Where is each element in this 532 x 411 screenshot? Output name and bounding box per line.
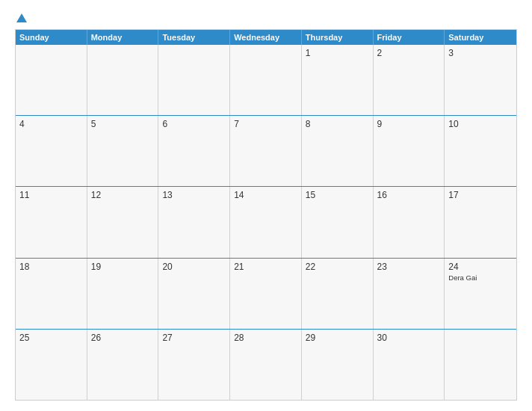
day-cell: 14 (230, 187, 302, 257)
day-cell: 7 (230, 116, 302, 186)
day-number: 21 (234, 262, 297, 272)
day-number: 17 (448, 190, 513, 200)
week-row-1: 45678910 (16, 115, 516, 186)
day-number: 30 (377, 333, 441, 343)
day-cell: 23 (374, 259, 445, 329)
day-cell (230, 45, 302, 115)
day-cell (87, 45, 159, 115)
logo (15, 13, 27, 23)
day-header-monday: Monday (87, 30, 159, 45)
day-cell (158, 45, 230, 115)
day-number: 18 (19, 262, 83, 272)
day-number: 1 (306, 48, 369, 58)
day-number: 27 (162, 333, 226, 343)
day-cell: 26 (87, 330, 159, 400)
week-row-3: 18192021222324Dera Gai (16, 258, 516, 329)
day-cell: 16 (374, 187, 445, 257)
day-number: 2 (377, 48, 441, 58)
day-cell: 10 (445, 116, 516, 186)
calendar-page: SundayMondayTuesdayWednesdayThursdayFrid… (0, 0, 532, 411)
day-cell: 5 (87, 116, 159, 186)
day-number: 10 (448, 119, 513, 129)
day-cell: 12 (87, 187, 159, 257)
day-number: 19 (91, 262, 155, 272)
day-cell: 29 (302, 330, 374, 400)
day-number: 15 (306, 190, 369, 200)
day-number: 13 (162, 190, 226, 200)
logo-triangle-icon (16, 13, 27, 22)
day-number: 4 (19, 119, 83, 129)
day-cell: 4 (16, 116, 87, 186)
day-cell: 17 (445, 187, 516, 257)
day-cell: 18 (16, 259, 87, 329)
day-cell: 27 (158, 330, 230, 400)
day-header-saturday: Saturday (445, 30, 516, 45)
week-row-2: 11121314151617 (16, 186, 516, 257)
day-number: 11 (19, 190, 83, 200)
event-label: Dera Gai (448, 274, 513, 282)
day-cell: 24Dera Gai (445, 259, 516, 329)
day-cell: 28 (230, 330, 302, 400)
day-header-sunday: Sunday (16, 30, 87, 45)
day-number: 25 (19, 333, 83, 343)
day-number: 12 (91, 190, 155, 200)
day-number: 16 (377, 190, 441, 200)
day-number: 23 (377, 262, 441, 272)
day-cell: 13 (158, 187, 230, 257)
day-cell: 11 (16, 187, 87, 257)
day-cell: 30 (374, 330, 445, 400)
day-cell: 21 (230, 259, 302, 329)
header (15, 13, 517, 23)
day-number: 26 (91, 333, 155, 343)
day-number: 22 (306, 262, 369, 272)
day-number: 7 (234, 119, 297, 129)
day-cell: 22 (302, 259, 374, 329)
day-number: 20 (162, 262, 226, 272)
day-number: 28 (234, 333, 297, 343)
day-cell: 15 (302, 187, 374, 257)
day-number: 3 (448, 48, 513, 58)
day-cell: 20 (158, 259, 230, 329)
day-cell: 1 (302, 45, 374, 115)
day-number: 14 (234, 190, 297, 200)
day-number: 6 (162, 119, 226, 129)
day-cell: 19 (87, 259, 159, 329)
day-cell: 9 (374, 116, 445, 186)
day-number: 5 (91, 119, 155, 129)
day-cell (16, 45, 87, 115)
day-header-tuesday: Tuesday (158, 30, 230, 45)
day-cell: 8 (302, 116, 374, 186)
day-cell: 2 (374, 45, 445, 115)
day-cell (445, 330, 516, 400)
day-cell: 6 (158, 116, 230, 186)
week-row-0: 123 (16, 45, 516, 115)
day-header-friday: Friday (374, 30, 445, 45)
calendar-grid: SundayMondayTuesdayWednesdayThursdayFrid… (15, 29, 517, 401)
day-headers-row: SundayMondayTuesdayWednesdayThursdayFrid… (16, 30, 516, 45)
day-number: 9 (377, 119, 441, 129)
day-number: 24 (448, 262, 513, 272)
day-cell: 25 (16, 330, 87, 400)
weeks-container: 123456789101112131415161718192021222324D… (16, 45, 516, 400)
day-header-thursday: Thursday (302, 30, 374, 45)
day-cell: 3 (445, 45, 516, 115)
week-row-4: 252627282930 (16, 329, 516, 400)
logo-blue-text (15, 13, 27, 23)
day-number: 8 (306, 119, 369, 129)
day-header-wednesday: Wednesday (230, 30, 302, 45)
day-number: 29 (306, 333, 369, 343)
